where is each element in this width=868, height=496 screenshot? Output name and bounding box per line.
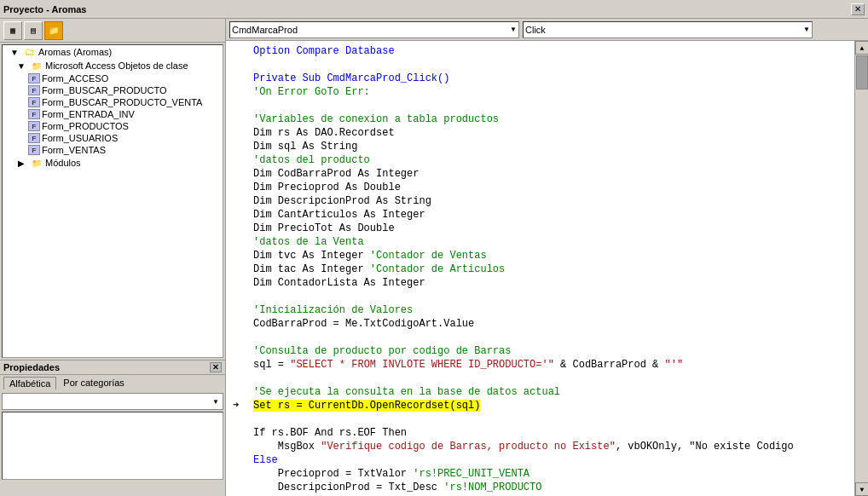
code-line: Dim PrecioTot As Double [233,222,848,235]
code-line: ➜Set rs = CurrentDb.OpenRecordset(sql) [233,399,848,412]
code-text: Dim ContadorLista As Integer [253,276,425,290]
tree-item-form_ventas[interactable]: F Form_VENTAS [3,144,223,156]
scroll-up-button[interactable]: ▲ [855,41,868,55]
form-icon: F [28,97,40,107]
form-icon: F [28,73,40,84]
code-text: Else [253,453,278,467]
code-line: CodBarraProd = Me.TxtCodigoArt.Value [233,317,848,331]
properties-header: Propiedades ✕ [0,360,225,375]
properties-content [2,412,223,480]
tree-root-label: Aromas (Aromas) [38,47,112,57]
properties-title: Propiedades [3,362,60,372]
tab-alfabetica[interactable]: Alfabética [3,377,56,389]
tree-root[interactable]: ▼ 🗂 Aromas (Aromas) [3,45,223,59]
code-text: Dim CodBarraProd As Integer [253,167,419,181]
code-text: Dim CantArticulos As Integer [253,208,425,222]
form-icon: F [28,121,40,131]
code-line: MsgBox "Verifique codigo de Barras, prod… [233,440,848,453]
code-text: Dim rs As DAO.Recordset [253,126,395,140]
tree-item-form_buscar_producto_venta[interactable]: F Form_BUSCAR_PRODUCTO_VENTA [3,96,223,108]
tree-expand-icon-mod: ▶ [14,157,28,169]
tree-expand-icon-2: ▼ [14,60,28,72]
scroll-thumb[interactable] [856,55,868,89]
code-line: Dim CodBarraProd As Integer [233,167,848,181]
code-line: Private Sub CmdMarcaProd_Click() [233,72,848,85]
code-text: Dim tac As Integer 'Contador de Articulo… [253,262,505,276]
form-icon: F [28,85,40,95]
tree-item-form_productos[interactable]: F Form_PRODUCTOS [3,120,223,132]
code-line: Else [233,453,848,467]
code-text: Private Sub CmdMarcaProd_Click() [253,72,449,85]
code-line: sql = "SELECT * FROM INVLOTE WHERE ID_PR… [233,358,848,372]
tab-por-categorias[interactable]: Por categorías [58,377,130,389]
code-text: DescripcionProd = Txt_Desc 'rs!NOM_PRODU… [253,481,541,494]
code-line: Precioprod = TxtValor 'rs!PREC_UNIT_VENT… [233,467,848,481]
tree-item-form_acceso[interactable]: F Form_ACCESO [3,72,223,84]
code-text: Dim Precioprod As Double [253,181,401,194]
code-line: Dim tvc As Integer 'Contador de Ventas [233,249,848,262]
toolbar-btn-3[interactable]: 📁 [44,21,63,40]
tree-expand-icon: ▼ [8,46,21,58]
code-text: 'datos del producto [253,153,370,167]
code-line [233,372,848,385]
toolbar-btn-2[interactable]: ▤ [24,21,43,40]
tree-ms-class[interactable]: ▼ 📁 Microsoft Access Objetos de clase [3,59,223,72]
tree-item-form_usuarios[interactable]: F Form_USUARIOS [3,132,223,144]
code-line: 'On Error GoTo Err: [233,85,848,99]
title-bar: Proyecto - Aromas ✕ [0,0,868,19]
vertical-scrollbar[interactable]: ▲ ▼ [854,41,868,496]
tree-item-label: Form_BUSCAR_PRODUCTO_VENTA [42,97,202,107]
project-tree: ▼ 🗂 Aromas (Aromas) ▼ 📁 Microsoft Access… [2,44,223,358]
form-icon: F [28,145,40,155]
tree-item-label: Form_ENTRADA_INV [42,109,135,119]
left-panel: ▦ ▤ 📁 ▼ 🗂 Aromas (Aromas) ▼ 📁 Microsoft … [0,19,226,496]
code-line [233,412,848,426]
tree-modulos[interactable]: ▶ 📁 Módulos [3,156,223,170]
code-line: If rs.BOF And rs.EOF Then [233,426,848,440]
tree-item-label: Form_VENTAS [42,145,106,155]
code-line: Dim tac As Integer 'Contador de Articulo… [233,262,848,276]
properties-dropdown[interactable]: ▼ [2,393,223,410]
code-text: 'On Error GoTo Err: [253,85,370,99]
ms-label: Microsoft Access Objetos de clase [45,61,188,71]
tree-item-label: Form_ACCESO [42,73,108,84]
tree-item-label: Form_PRODUCTOS [42,121,129,131]
code-text: 'Variables de conexion a tabla productos [253,112,499,126]
arrow-indicator: ➜ [233,399,250,412]
window-title: Proyecto - Aromas [3,4,851,14]
code-text: MsgBox "Verifique codigo de Barras, prod… [253,440,794,453]
form-icon: F [28,133,40,143]
code-line: Dim Precioprod As Double [233,181,848,194]
code-line: Option Compare Database [233,44,848,58]
code-line: 'Consulta de producto por codigo de Barr… [233,344,848,358]
code-text: If rs.BOF And rs.EOF Then [253,426,407,440]
object-select[interactable]: CmdMarcaProd ▼ [229,21,519,38]
code-line: 'Variables de conexion a tabla productos [233,112,848,126]
code-line: 'datos del producto [233,153,848,167]
properties-close-button[interactable]: ✕ [210,362,222,372]
procedure-select[interactable]: Click ▼ [523,21,813,38]
code-text: Set rs = CurrentDb.OpenRecordset(sql) [253,399,480,412]
code-line: Dim sql As String [233,140,848,153]
modulos-label: Módulos [45,158,81,168]
code-text: sql = "SELECT * FROM INVLOTE WHERE ID_PR… [253,358,683,372]
tree-item-form_buscar_producto[interactable]: F Form_BUSCAR_PRODUCTO [3,84,223,96]
code-line [233,99,848,112]
code-line: Dim DescripcionProd As String [233,194,848,208]
object-select-value: CmdMarcaProd [232,25,298,35]
code-line [233,290,848,303]
code-text: Option Compare Database [253,44,395,58]
toolbar-btn-1[interactable]: ▦ [3,21,22,40]
close-button[interactable]: ✕ [851,3,865,15]
code-text: Dim PrecioTot As Double [253,222,395,235]
code-panel: CmdMarcaProd ▼ Click ▼ Option Compare Da… [226,19,868,496]
tree-item-form_entrada_inv[interactable]: F Form_ENTRADA_INV [3,108,223,120]
code-line [233,58,848,72]
code-text: Dim tvc As Integer 'Contador de Ventas [253,249,487,262]
tree-item-label: Form_USUARIOS [42,133,118,143]
scroll-down-button[interactable]: ▼ [855,482,868,496]
code-editor[interactable]: Option Compare DatabasePrivate Sub CmdMa… [226,41,854,496]
right-panel: CmdMarcaProd ▼ Click ▼ Option Compare Da… [226,19,868,496]
code-text: 'datos de la Venta [253,235,364,249]
code-line: 'Se ejecuta la consulta en la base de da… [233,385,848,399]
